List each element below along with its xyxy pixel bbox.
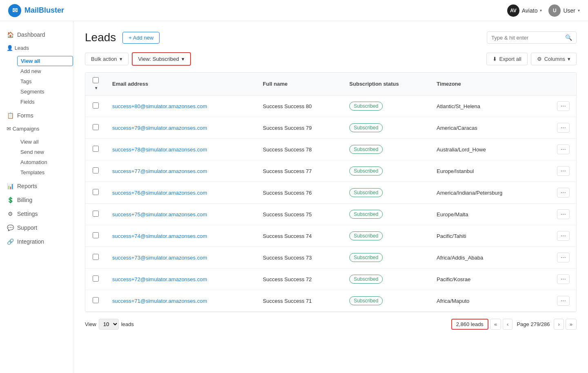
email-link[interactable]: success+73@simulator.amazonses.com	[112, 255, 207, 261]
row-checkbox[interactable]	[93, 275, 99, 282]
email-link[interactable]: success+78@simulator.amazonses.com	[112, 147, 207, 153]
table-row: success+71@simulator.amazonses.com Succe…	[85, 290, 576, 312]
leads-icon: 👤	[7, 45, 13, 51]
email-link[interactable]: success+71@simulator.amazonses.com	[112, 298, 207, 304]
sidebar-item-leads-view-all[interactable]: View all	[17, 56, 73, 66]
row-more-button[interactable]: ···	[557, 101, 570, 111]
table-row: success+72@simulator.amazonses.com Succe…	[85, 269, 576, 290]
row-checkbox[interactable]	[93, 211, 99, 217]
row-email: success+71@simulator.amazonses.com	[106, 290, 256, 312]
export-icon: ⬇	[493, 56, 497, 62]
columns-button[interactable]: ⚙ Columns ▾	[531, 53, 577, 65]
toolbar: Bulk action ▾ View: Subscribed ▾ ⬇ Expor…	[85, 52, 577, 66]
view-subscribed-button[interactable]: View: Subscribed ▾	[132, 52, 191, 66]
row-status: Subscribed	[343, 117, 430, 139]
sidebar-label-dashboard: Dashboard	[17, 31, 45, 38]
sidebar-item-leads-add-new[interactable]: Add new	[17, 66, 73, 76]
account-aviato[interactable]: AV Aviato ▾	[507, 4, 542, 17]
sidebar-item-leads-segments[interactable]: Segments	[17, 87, 73, 97]
row-timezone: America/Indiana/Petersburg	[430, 182, 540, 204]
row-more-button[interactable]: ···	[557, 188, 570, 198]
col-timezone-header: Timezone	[430, 73, 540, 95]
row-status: Subscribed	[343, 160, 430, 182]
status-badge: Subscribed	[349, 123, 383, 132]
sidebar-item-integration[interactable]: 🔗 Integration	[0, 235, 73, 249]
view-label: View: Subscribed	[138, 56, 179, 62]
email-link[interactable]: success+74@simulator.amazonses.com	[112, 233, 207, 239]
row-fullname: Success Success 80	[256, 95, 343, 117]
logo-icon: ✉	[8, 4, 21, 17]
last-page-button[interactable]: »	[566, 319, 577, 330]
table-row: success+79@simulator.amazonses.com Succe…	[85, 117, 576, 139]
prev-page-button[interactable]: ‹	[503, 319, 513, 330]
sidebar-item-leads-tags[interactable]: Tags	[17, 76, 73, 87]
sidebar-item-settings[interactable]: ⚙ Settings	[0, 207, 73, 221]
sidebar-item-dashboard[interactable]: 🏠 Dashboard	[0, 28, 73, 42]
export-all-button[interactable]: ⬇ Export all	[486, 53, 528, 65]
sidebar-item-forms[interactable]: 📋 Forms	[0, 109, 73, 122]
row-checkbox[interactable]	[93, 167, 99, 173]
row-more-button[interactable]: ···	[557, 144, 570, 154]
row-checkbox-cell	[85, 204, 106, 225]
col-fullname-header: Full name	[256, 73, 343, 95]
search-input[interactable]	[491, 35, 565, 41]
email-link[interactable]: success+75@simulator.amazonses.com	[112, 211, 207, 218]
sidebar-item-support[interactable]: 💬 Support	[0, 221, 73, 235]
search-bar[interactable]: 🔍	[487, 31, 577, 44]
sidebar-label-integration: Integration	[17, 238, 44, 245]
row-more-button[interactable]: ···	[557, 209, 570, 219]
row-status: Subscribed	[343, 182, 430, 204]
row-checkbox-cell	[85, 269, 106, 290]
view-chevron-icon: ▾	[182, 56, 184, 62]
header-chevron-icon: ▾	[95, 86, 97, 90]
row-checkbox[interactable]	[93, 146, 99, 152]
row-checkbox[interactable]	[93, 102, 99, 109]
row-checkbox[interactable]	[93, 254, 99, 260]
row-checkbox[interactable]	[93, 297, 99, 303]
status-badge: Subscribed	[349, 210, 383, 219]
total-badge: 2,860 leads	[451, 319, 488, 330]
row-more-button[interactable]: ···	[557, 253, 570, 262]
sidebar-item-reports[interactable]: 📊 Reports	[0, 179, 73, 193]
email-link[interactable]: success+79@simulator.amazonses.com	[112, 125, 207, 131]
sidebar-campaigns-sub: View all Send new Automation Templates	[0, 135, 73, 179]
sidebar-item-campaigns-send-new[interactable]: Send new	[17, 147, 73, 157]
logo[interactable]: ✉ MailBluster	[8, 4, 64, 17]
sidebar-item-billing[interactable]: 💲 Billing	[0, 193, 73, 207]
table-row: success+75@simulator.amazonses.com Succe…	[85, 204, 576, 225]
row-more-button[interactable]: ···	[557, 296, 570, 306]
leads-table-wrap: ▾ Email address Full name Subscription s…	[85, 72, 577, 312]
row-timezone: Atlantic/St_Helena	[430, 95, 540, 117]
leads-label: leads	[121, 321, 134, 327]
row-checkbox[interactable]	[93, 189, 99, 195]
row-fullname: Success Success 77	[256, 160, 343, 182]
forms-icon: 📋	[7, 112, 14, 119]
table-row: success+77@simulator.amazonses.com Succe…	[85, 160, 576, 182]
select-all-checkbox[interactable]	[93, 77, 99, 83]
row-actions-cell: ···	[540, 117, 576, 139]
email-link[interactable]: success+72@simulator.amazonses.com	[112, 276, 207, 282]
next-page-button[interactable]: ›	[554, 319, 564, 330]
sidebar-item-campaigns-view-all[interactable]: View all	[17, 137, 73, 147]
row-more-button[interactable]: ···	[557, 231, 570, 241]
row-checkbox[interactable]	[93, 124, 99, 130]
page-size-select[interactable]: 10 25 50	[99, 319, 119, 330]
bulk-action-button[interactable]: Bulk action ▾	[85, 53, 129, 65]
row-checkbox[interactable]	[93, 232, 99, 238]
sidebar-item-leads-fields[interactable]: Fields	[17, 97, 73, 107]
sidebar-item-campaigns-automation[interactable]: Automation	[17, 157, 73, 167]
table-row: success+78@simulator.amazonses.com Succe…	[85, 139, 576, 160]
row-more-button[interactable]: ···	[557, 123, 570, 133]
sidebar-item-campaigns-templates[interactable]: Templates	[17, 167, 73, 178]
account-user[interactable]: U User ▾	[548, 4, 580, 17]
row-fullname: Success Success 72	[256, 269, 343, 290]
col-email-header: Email address	[106, 73, 256, 95]
add-new-button[interactable]: + Add new	[122, 32, 160, 44]
email-link[interactable]: success+80@simulator.amazonses.com	[112, 103, 207, 109]
sidebar-label-settings: Settings	[17, 211, 38, 217]
first-page-button[interactable]: «	[490, 319, 501, 330]
row-more-button[interactable]: ···	[557, 274, 570, 284]
email-link[interactable]: success+77@simulator.amazonses.com	[112, 168, 207, 174]
row-more-button[interactable]: ···	[557, 166, 570, 176]
email-link[interactable]: success+76@simulator.amazonses.com	[112, 190, 207, 196]
